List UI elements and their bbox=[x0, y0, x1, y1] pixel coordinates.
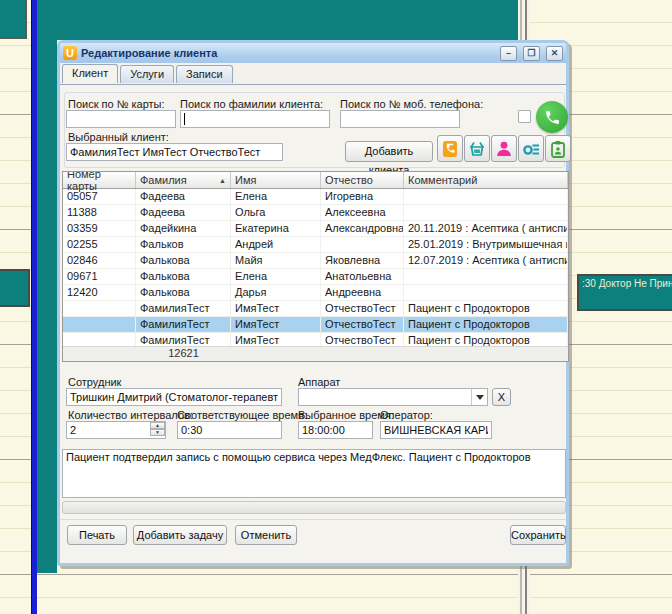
device-label: Аппарат bbox=[298, 376, 340, 388]
column-header[interactable]: Фамилия▲ bbox=[136, 172, 231, 188]
table-cell: ИмяТест bbox=[231, 317, 321, 332]
schedule-header-bar bbox=[37, 0, 518, 40]
dialog-titlebar[interactable]: U Редактирование клиента – ❐ ✕ bbox=[60, 43, 566, 63]
minimize-button[interactable]: – bbox=[500, 46, 517, 61]
stepper-down-button[interactable]: ▼ bbox=[150, 429, 165, 436]
table-cell: Фалькова bbox=[136, 269, 231, 284]
table-cell: ОтчествоТест bbox=[321, 301, 404, 316]
print-button[interactable]: Печать bbox=[67, 525, 127, 545]
basket-icon bbox=[468, 140, 486, 158]
table-cell: Алексеевна bbox=[321, 205, 404, 220]
table-cell bbox=[404, 189, 568, 204]
duration-label: Соответствующее время: bbox=[177, 409, 307, 421]
time-input[interactable] bbox=[298, 421, 373, 439]
intervals-stepper: ▲ ▼ bbox=[66, 421, 166, 439]
table-cell: Андрей bbox=[231, 237, 321, 252]
sort-asc-icon: ▲ bbox=[219, 177, 226, 184]
tab-3[interactable]: Записи bbox=[176, 65, 233, 83]
table-row[interactable]: ФамилияТестИмяТестОтчествоТестПациент с … bbox=[63, 317, 568, 333]
card-search-input[interactable] bbox=[66, 110, 176, 128]
table-row[interactable]: 02255ФальковАндрей25.01.2019 : Внутримыш… bbox=[63, 237, 568, 253]
call-checkbox[interactable] bbox=[518, 110, 531, 123]
column-header[interactable]: Номер карты bbox=[63, 172, 136, 188]
table-cell: 12.07.2019 : Асептика ( антиспи bbox=[404, 253, 568, 268]
surname-search-input[interactable] bbox=[180, 110, 330, 128]
device-clear-button[interactable]: X bbox=[492, 388, 511, 406]
services-basket-button[interactable] bbox=[464, 135, 490, 162]
cancel-button[interactable]: Отменить bbox=[235, 525, 297, 545]
table-cell: Елена bbox=[231, 189, 321, 204]
table-cell: 12420 bbox=[63, 285, 136, 300]
operator-label: Оператор: bbox=[380, 409, 433, 421]
chevron-down-icon bbox=[476, 395, 484, 400]
table-cell: Фадейкина bbox=[136, 221, 231, 236]
tab-strip: КлиентУслугиЗаписи bbox=[60, 63, 566, 84]
table-cell: Фадеева bbox=[136, 205, 231, 220]
table-row[interactable]: 11388ФадееваОльгаАлексеевна bbox=[63, 205, 568, 221]
surname-search-label: Поиск по фамилии клиента: bbox=[180, 98, 323, 110]
schedule-corner-block bbox=[0, 0, 27, 39]
phone-search-input[interactable] bbox=[340, 110, 460, 128]
comment-textarea[interactable]: Пациент подтвердил запись с помощью серв… bbox=[62, 449, 566, 498]
client-table-header: Номер картыФамилия▲ИмяОтчествоКомментари… bbox=[63, 172, 568, 189]
divider bbox=[60, 519, 566, 520]
table-cell bbox=[404, 269, 568, 284]
table-row[interactable]: ФамилияТестИмяТестОтчествоТестПациент с … bbox=[63, 301, 568, 317]
stepper-up-button[interactable]: ▲ bbox=[150, 422, 165, 429]
client-tab-panel: Поиск по № карты: Поиск по фамилии клиен… bbox=[60, 84, 566, 563]
phone-search-label: Поиск по № моб. телефона: bbox=[340, 98, 483, 110]
card-search-label: Поиск по № карты: bbox=[68, 98, 165, 110]
selected-client-label: Выбранный клиент: bbox=[68, 131, 169, 143]
column-header[interactable]: Отчество bbox=[321, 172, 404, 188]
payments-button[interactable] bbox=[518, 135, 544, 162]
table-row[interactable]: 09671ФальковаЕленаАнатольевна bbox=[63, 269, 568, 285]
record-card-button[interactable] bbox=[545, 135, 571, 162]
device-combobox[interactable] bbox=[298, 388, 488, 406]
add-client-button[interactable]: Добавить клиента bbox=[345, 141, 433, 162]
table-row[interactable]: 03359ФадейкинаЕкатеринаАлександровна20.1… bbox=[63, 221, 568, 237]
table-row[interactable]: 02846ФальковаМайяЯковлевна12.07.2019 : А… bbox=[63, 253, 568, 269]
employee-label: Сотрудник bbox=[68, 376, 121, 388]
progress-strip bbox=[62, 501, 566, 514]
column-header[interactable]: Имя bbox=[231, 172, 321, 188]
duration-input[interactable] bbox=[177, 421, 282, 439]
combo-dropdown-button[interactable] bbox=[471, 389, 487, 405]
add-task-button[interactable]: Добавить задачу bbox=[133, 525, 227, 545]
table-row[interactable]: 12420ФальковаДарьяАндреевна bbox=[63, 285, 568, 301]
close-button[interactable]: ✕ bbox=[546, 46, 563, 61]
table-cell bbox=[404, 205, 568, 220]
table-cell bbox=[63, 301, 136, 316]
table-cell: 02255 bbox=[63, 237, 136, 252]
table-cell: 05057 bbox=[63, 189, 136, 204]
save-button[interactable]: Сохранить bbox=[510, 525, 566, 545]
edit-client-dialog: U Редактирование клиента – ❐ ✕ КлиентУсл… bbox=[57, 40, 569, 566]
table-cell bbox=[321, 237, 404, 252]
tab-2[interactable]: Услуги bbox=[120, 65, 174, 83]
table-cell: 20.11.2019 : Асептика ( антиспи bbox=[404, 221, 568, 236]
table-cell bbox=[404, 285, 568, 300]
table-cell: Елена bbox=[231, 269, 321, 284]
column-header[interactable]: Комментарий bbox=[404, 172, 568, 188]
operator-input[interactable] bbox=[380, 421, 492, 439]
table-cell: Фадеева bbox=[136, 189, 231, 204]
table-cell: Фалькова bbox=[136, 253, 231, 268]
appointment-block[interactable] bbox=[0, 269, 30, 307]
tab-1[interactable]: Клиент bbox=[62, 64, 118, 83]
table-cell: 09671 bbox=[63, 269, 136, 284]
appointment-block[interactable]: :30 Доктор Не Прин bbox=[577, 274, 672, 311]
table-cell: 02846 bbox=[63, 253, 136, 268]
table-cell: Пациент с Продокторов bbox=[404, 301, 568, 316]
coins-icon bbox=[522, 140, 540, 158]
call-button[interactable] bbox=[536, 101, 568, 133]
selected-client-input[interactable] bbox=[66, 143, 283, 161]
table-cell: ИмяТест bbox=[231, 301, 321, 316]
client-card-button[interactable] bbox=[491, 135, 517, 162]
maximize-button[interactable]: ❐ bbox=[523, 46, 540, 61]
table-cell: Фалькова bbox=[136, 285, 231, 300]
clipboard-icon bbox=[549, 140, 567, 158]
employee-input[interactable] bbox=[66, 388, 282, 406]
table-row[interactable]: 05057ФадееваЕленаИгоревна bbox=[63, 189, 568, 205]
person-icon bbox=[495, 140, 513, 158]
table-cell bbox=[63, 317, 136, 332]
phonebook-button[interactable] bbox=[437, 135, 463, 162]
